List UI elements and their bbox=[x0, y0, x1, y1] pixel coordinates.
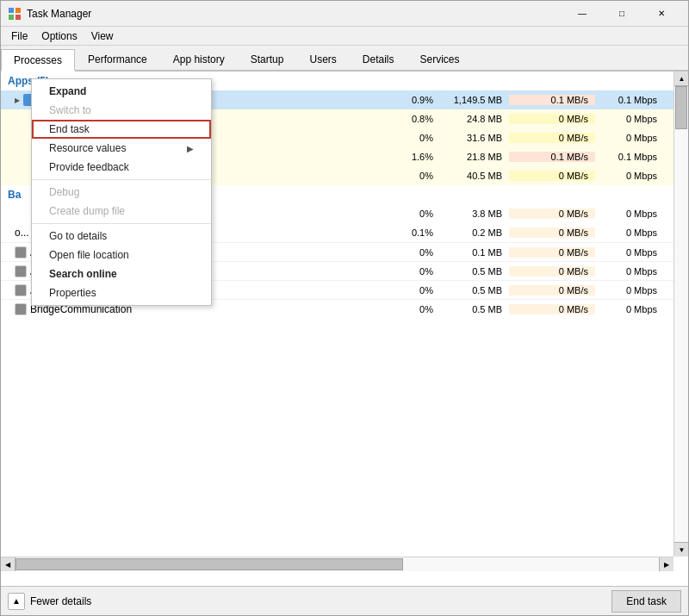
scroll-down-button[interactable]: ▼ bbox=[674, 542, 688, 557]
end-task-button[interactable]: End task bbox=[611, 590, 681, 613]
ctx-item-debug[interactable]: Debug bbox=[32, 183, 211, 202]
ctx-item-search-online[interactable]: Search online bbox=[32, 264, 211, 283]
status-bar: ▲ Fewer details End task bbox=[1, 586, 688, 615]
row-mem: 31.6 MB bbox=[440, 133, 509, 143]
menu-bar: File Options View bbox=[1, 27, 688, 46]
row-disk: 0 MB/s bbox=[509, 247, 595, 258]
app-icon bbox=[8, 7, 22, 21]
row-net: 0.1 Mbps bbox=[595, 152, 664, 162]
row-net: 0 Mbps bbox=[595, 208, 664, 219]
ctx-item-switch-to[interactable]: Switch to bbox=[32, 101, 211, 120]
tab-services[interactable]: Services bbox=[407, 47, 473, 70]
svg-rect-3 bbox=[16, 15, 21, 20]
fewer-details-control[interactable]: ▲ Fewer details bbox=[8, 593, 91, 610]
row-net: 0 Mbps bbox=[595, 266, 664, 277]
row-net: 0 Mbps bbox=[595, 285, 664, 296]
tab-startup[interactable]: Startup bbox=[238, 47, 297, 70]
menu-file[interactable]: File bbox=[4, 28, 34, 44]
row-mem: 0.5 MB bbox=[440, 266, 509, 277]
ctx-item-create-dump[interactable]: Create dump file bbox=[32, 202, 211, 221]
row-disk: 0 MB/s bbox=[509, 133, 595, 143]
row-mem: 1,149.5 MB bbox=[440, 95, 509, 105]
row-disk: 0.1 MB/s bbox=[509, 95, 595, 105]
row-mem: 24.8 MB bbox=[440, 114, 509, 124]
proc-icon bbox=[15, 246, 27, 258]
row-net: 0 Mbps bbox=[595, 304, 664, 314]
ctx-item-go-to-details[interactable]: Go to details bbox=[32, 227, 211, 246]
submenu-arrow-icon: ▶ bbox=[187, 144, 194, 153]
row-mem: 0.5 MB bbox=[440, 304, 509, 314]
tab-bar: Processes Performance App history Startu… bbox=[1, 46, 688, 72]
row-disk: 0 MB/s bbox=[509, 208, 595, 219]
row-disk: 0 MB/s bbox=[509, 266, 595, 277]
row-disk: 0 MB/s bbox=[509, 304, 595, 314]
ctx-separator-1 bbox=[32, 179, 211, 180]
row-cpu: 0.1% bbox=[371, 227, 440, 238]
expand-icon: ▶ bbox=[15, 96, 20, 104]
row-disk: 0.1 MB/s bbox=[509, 152, 595, 162]
scroll-right-button[interactable]: ▶ bbox=[659, 557, 673, 572]
row-net: 0 Mbps bbox=[595, 171, 664, 181]
tab-users[interactable]: Users bbox=[296, 47, 349, 70]
ctx-item-open-file-location[interactable]: Open file location bbox=[32, 246, 211, 264]
h-scroll-thumb[interactable] bbox=[16, 558, 403, 570]
row-disk: 0 MB/s bbox=[509, 227, 595, 238]
ctx-separator-2 bbox=[32, 223, 211, 224]
row-mem: 0.2 MB bbox=[440, 227, 509, 238]
row-cpu: 0% bbox=[371, 285, 440, 296]
scroll-up-button[interactable]: ▲ bbox=[674, 72, 688, 86]
row-disk: 0 MB/s bbox=[509, 171, 595, 181]
row-cpu: 1.6% bbox=[371, 152, 440, 162]
row-cpu: 0% bbox=[371, 171, 440, 181]
menu-options[interactable]: Options bbox=[34, 28, 84, 44]
title-bar: Task Manager — □ ✕ bbox=[1, 1, 688, 27]
svg-rect-2 bbox=[9, 15, 14, 20]
row-cpu: 0% bbox=[371, 304, 440, 314]
proc-name: o... bbox=[15, 227, 29, 239]
scroll-left-button[interactable]: ◀ bbox=[1, 557, 16, 572]
row-cpu: 0.9% bbox=[371, 95, 440, 105]
proc-icon bbox=[15, 303, 27, 315]
chevron-up-icon: ▲ bbox=[8, 593, 25, 610]
context-menu: Expand Switch to End task Resource value… bbox=[31, 78, 212, 306]
row-disk: 0 MB/s bbox=[509, 114, 595, 124]
ctx-item-properties[interactable]: Properties bbox=[32, 283, 211, 302]
row-net: 0 Mbps bbox=[595, 133, 664, 143]
tab-details[interactable]: Details bbox=[350, 47, 407, 70]
row-mem: 0.1 MB bbox=[440, 247, 509, 258]
task-manager-window: Task Manager — □ ✕ File Options View Pro… bbox=[0, 0, 689, 616]
row-mem: 3.8 MB bbox=[440, 208, 509, 219]
ctx-item-resource-values[interactable]: Resource values ▶ bbox=[32, 139, 211, 158]
menu-view[interactable]: View bbox=[84, 28, 121, 44]
svg-rect-1 bbox=[16, 8, 21, 13]
row-net: 0 Mbps bbox=[595, 227, 664, 238]
row-cpu: 0% bbox=[371, 266, 440, 277]
proc-icon bbox=[15, 284, 27, 296]
row-cpu: 0% bbox=[371, 133, 440, 143]
vertical-scrollbar[interactable]: ▲ ▼ bbox=[673, 72, 688, 557]
minimize-button[interactable]: — bbox=[562, 1, 602, 27]
row-mem: 0.5 MB bbox=[440, 285, 509, 296]
tab-processes[interactable]: Processes bbox=[1, 49, 75, 72]
h-scroll-track bbox=[16, 557, 659, 571]
window-title: Task Manager bbox=[27, 8, 562, 20]
ctx-item-end-task[interactable]: End task bbox=[32, 120, 211, 139]
row-net: 0 Mbps bbox=[595, 247, 664, 258]
tab-app-history[interactable]: App history bbox=[160, 47, 238, 70]
close-button[interactable]: ✕ bbox=[642, 1, 681, 27]
scroll-thumb[interactable] bbox=[675, 86, 687, 129]
row-cpu: 0% bbox=[371, 247, 440, 258]
maximize-button[interactable]: □ bbox=[602, 1, 642, 27]
window-controls: — □ ✕ bbox=[562, 1, 681, 27]
row-mem: 21.8 MB bbox=[440, 152, 509, 162]
svg-rect-0 bbox=[9, 8, 14, 13]
horizontal-scrollbar[interactable]: ◀ ▶ bbox=[1, 557, 673, 571]
ctx-item-provide-feedback[interactable]: Provide feedback bbox=[32, 158, 211, 177]
ctx-item-expand[interactable]: Expand bbox=[32, 82, 211, 101]
scroll-track bbox=[674, 86, 688, 542]
tab-performance[interactable]: Performance bbox=[75, 47, 160, 70]
row-cpu: 0.8% bbox=[371, 114, 440, 124]
row-mem: 40.5 MB bbox=[440, 171, 509, 181]
row-disk: 0 MB/s bbox=[509, 285, 595, 296]
row-net: 0 Mbps bbox=[595, 114, 664, 124]
